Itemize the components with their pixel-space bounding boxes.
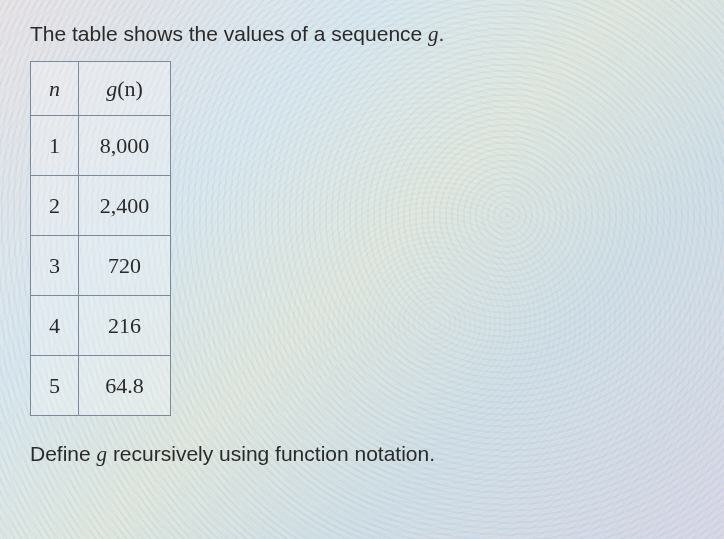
cell-n: 3 [31,236,79,296]
header-n: n [31,62,79,116]
sequence-table: n g(n) 1 8,000 2 2,400 3 720 4 216 [30,61,171,416]
cell-g: 216 [79,296,171,356]
cell-g: 64.8 [79,356,171,416]
table-row: 3 720 [31,236,171,296]
table-row: 1 8,000 [31,116,171,176]
intro-post: . [439,22,445,45]
outro-text: Define g recursively using function nota… [30,442,694,467]
cell-n: 2 [31,176,79,236]
cell-n: 5 [31,356,79,416]
outro-sequence-var: g [97,442,108,466]
cell-g: 2,400 [79,176,171,236]
intro-pre: The table shows the values of a sequence [30,22,428,45]
header-g-func: g [106,76,117,101]
outro-post: recursively using function notation. [107,442,435,465]
cell-n: 4 [31,296,79,356]
table-header-row: n g(n) [31,62,171,116]
header-g-arg: (n) [117,76,143,101]
table-row: 4 216 [31,296,171,356]
table-row: 2 2,400 [31,176,171,236]
cell-n: 1 [31,116,79,176]
cell-g: 720 [79,236,171,296]
cell-g: 8,000 [79,116,171,176]
problem-container: The table shows the values of a sequence… [0,0,724,489]
outro-pre: Define [30,442,97,465]
intro-text: The table shows the values of a sequence… [30,22,694,47]
intro-sequence-var: g [428,22,439,46]
header-g: g(n) [79,62,171,116]
table-row: 5 64.8 [31,356,171,416]
